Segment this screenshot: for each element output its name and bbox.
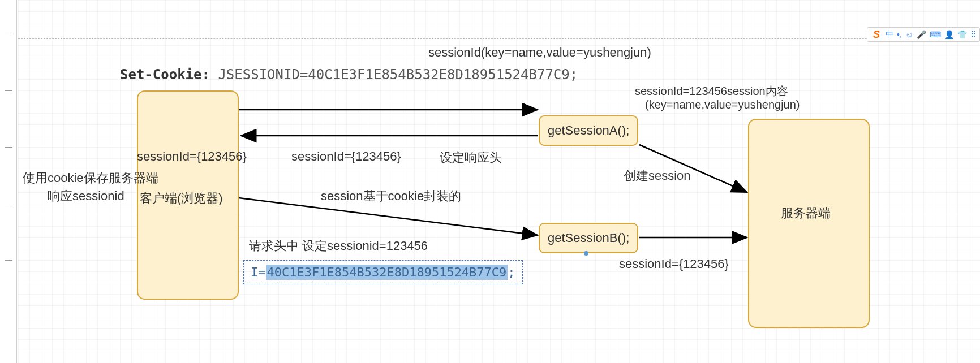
server-title: 服务器端 [781,205,831,222]
server-top-note-1: sessionId=123456session内容 [635,84,788,99]
guide-line [18,38,980,39]
set-cookie-value: JSESSIONID=40C1E3F1E854B532E8D18951524B7… [218,67,578,83]
ime-user-icon[interactable]: 👤 [944,30,954,39]
server-bottom-note: sessionId={123456} [619,257,729,271]
set-cookie-header: Set-Cookie: JSESSIONID=40C1E3F1E854B532E… [120,67,578,83]
ime-punct[interactable]: •, [897,30,902,39]
ime-emoji-icon[interactable]: ☺ [905,30,913,39]
get-session-b-label: getSessionB(); [548,231,629,245]
client-title: 客户端(浏览器) [140,190,223,207]
ime-toolbar[interactable]: S 中 •, ☺ 🎤 ⌨ 👤 👕 ⠿ [867,27,980,42]
anchor-dot [584,251,588,256]
server-create-label: 创建session [624,167,691,184]
selected-suffix: ; [508,265,515,279]
ime-menu-icon[interactable]: ⠿ [970,30,976,39]
arrow-label-sessionid-1: sessionId={123456} [137,149,247,164]
get-session-b-box[interactable]: getSessionB(); [539,223,638,253]
get-session-a-label: getSessionA(); [548,123,629,138]
server-box[interactable] [748,119,870,328]
ime-skin-icon[interactable]: 👕 [957,30,967,39]
ime-logo-icon[interactable]: S [871,29,882,40]
request-header-label: 请求头中 设定sessionid=123456 [249,237,428,254]
server-top-note-2: (key=name,value=yushengjun) [645,98,800,111]
left-ruler [0,0,17,363]
arrow-label-session-cookie: session基于cookie封装的 [321,188,461,205]
ime-mic-icon[interactable]: 🎤 [917,30,926,39]
selected-jsessionid-box[interactable]: I=40C1E3F1E854B532E8D18951524B77C9; [243,260,523,284]
client-side-note-1: 使用cookie保存服务器端 [23,170,158,187]
selected-prefix: I= [251,265,266,279]
ime-keyboard-icon[interactable]: ⌨ [930,30,941,39]
arrow-label-response-header: 设定响应头 [440,149,502,166]
selected-highlight: 40C1E3F1E854B532E8D18951524B77C9 [266,265,508,280]
top-session-note: sessionId(key=name,value=yushengjun) [428,45,651,60]
diagram-canvas[interactable]: Set-Cookie: JSESSIONID=40C1E3F1E854B532E… [18,0,980,363]
get-session-a-box[interactable]: getSessionA(); [539,115,638,146]
ime-lang[interactable]: 中 [886,29,893,40]
arrow-label-sessionid-2: sessionId={123456} [291,149,401,164]
client-side-note-2: 响应sessionid [48,188,124,205]
set-cookie-label: Set-Cookie: [120,67,210,83]
